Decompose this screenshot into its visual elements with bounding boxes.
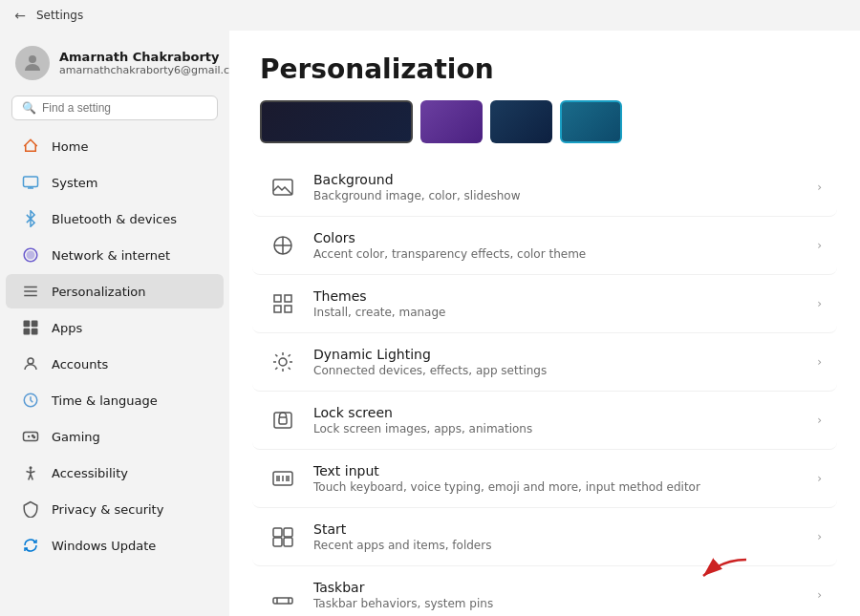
- colors-text: Colors Accent color, transparency effect…: [313, 230, 802, 261]
- privacy-icon: [21, 499, 40, 519]
- lighting-arrow: ›: [817, 355, 822, 369]
- settings-item-background[interactable]: Background Background image, color, slid…: [252, 159, 837, 217]
- update-icon: [21, 536, 40, 555]
- lock-screen-text: Lock screen Lock screen images, apps, an…: [313, 405, 802, 435]
- page-title: Personalization: [229, 31, 860, 100]
- start-text: Start Recent apps and items, folders: [313, 521, 802, 552]
- system-icon: [21, 173, 40, 192]
- search-input[interactable]: [42, 101, 207, 115]
- settings-item-dynamic-lighting[interactable]: Dynamic Lighting Connected devices, effe…: [252, 333, 837, 392]
- lock-screen-icon: [268, 405, 298, 435]
- themes-title: Themes: [313, 288, 802, 304]
- sidebar-label-home: Home: [52, 139, 88, 154]
- svg-rect-46: [273, 598, 292, 604]
- sidebar-label-network: Network & internet: [52, 248, 170, 263]
- sidebar-item-privacy[interactable]: Privacy & security: [6, 492, 224, 526]
- themes-arrow: ›: [817, 297, 822, 310]
- sidebar-label-personalization: Personalization: [52, 285, 146, 299]
- start-icon: [268, 521, 298, 552]
- back-button[interactable]: ←: [11, 7, 29, 24]
- svg-rect-8: [32, 321, 38, 328]
- time-icon: [21, 391, 40, 410]
- sidebar-item-home[interactable]: Home: [6, 129, 224, 163]
- sidebar-label-time: Time & language: [52, 393, 158, 408]
- titlebar: ← Settings: [0, 0, 860, 31]
- user-name: Amarnath Chakraborty: [59, 50, 229, 64]
- settings-item-lock-screen[interactable]: Lock screen Lock screen images, apps, an…: [252, 392, 837, 450]
- taskbar-icon: [268, 580, 298, 610]
- sidebar-item-network[interactable]: Network & internet: [6, 238, 224, 272]
- accessibility-icon: [21, 463, 40, 482]
- lock-screen-title: Lock screen: [313, 405, 802, 420]
- settings-item-text-input[interactable]: Text input Touch keyboard, voice typing,…: [252, 450, 837, 508]
- lighting-desc: Connected devices, effects, app settings: [313, 364, 802, 377]
- text-input-icon: [268, 463, 298, 494]
- sidebar: Amarnath Chakraborty amarnathchakraborty…: [0, 31, 229, 616]
- lock-screen-desc: Lock screen images, apps, animations: [313, 422, 802, 435]
- svg-line-32: [289, 354, 290, 356]
- theme-preview-row: [229, 100, 860, 159]
- text-input-text: Text input Touch keyboard, voice typing,…: [313, 463, 802, 494]
- theme-preview-teal[interactable]: [560, 100, 622, 143]
- svg-rect-44: [284, 538, 292, 546]
- sidebar-label-bluetooth: Bluetooth & devices: [52, 212, 177, 226]
- taskbar-text: Taskbar Taskbar behaviors, system pins: [313, 580, 802, 610]
- user-profile[interactable]: Amarnath Chakraborty amarnathchakraborty…: [0, 38, 229, 92]
- settings-item-colors[interactable]: Colors Accent color, transparency effect…: [252, 217, 837, 275]
- sidebar-item-apps[interactable]: Apps: [6, 310, 224, 345]
- background-arrow: ›: [817, 181, 822, 194]
- svg-rect-9: [24, 329, 31, 335]
- sidebar-item-time[interactable]: Time & language: [6, 383, 224, 417]
- svg-line-31: [275, 368, 277, 370]
- svg-rect-1: [24, 177, 38, 187]
- background-desc: Background image, color, slideshow: [313, 189, 802, 202]
- user-info: Amarnath Chakraborty amarnathchakraborty…: [59, 50, 229, 76]
- main-layout: Amarnath Chakraborty amarnathchakraborty…: [0, 31, 860, 616]
- text-input-title: Text input: [313, 463, 802, 478]
- start-arrow: ›: [817, 530, 822, 543]
- sidebar-label-apps: Apps: [52, 321, 82, 335]
- theme-preview-purple[interactable]: [420, 100, 483, 143]
- sidebar-label-accessibility: Accessibility: [52, 466, 128, 480]
- lighting-icon: [268, 347, 298, 377]
- home-icon: [21, 137, 40, 156]
- svg-point-17: [33, 436, 35, 438]
- apps-icon: [21, 318, 40, 337]
- titlebar-title: Settings: [36, 9, 83, 22]
- theme-preview-navy[interactable]: [490, 100, 552, 143]
- settings-item-themes[interactable]: Themes Install, create, manage ›: [252, 275, 837, 333]
- sidebar-item-personalization[interactable]: Personalization: [6, 274, 224, 308]
- lock-screen-arrow: ›: [817, 414, 822, 427]
- theme-preview-dark[interactable]: [260, 100, 413, 143]
- gaming-icon: [21, 427, 40, 446]
- svg-line-29: [275, 354, 277, 356]
- start-desc: Recent apps and items, folders: [313, 539, 802, 552]
- svg-rect-13: [24, 433, 38, 441]
- colors-arrow: ›: [817, 239, 822, 252]
- search-box[interactable]: 🔍: [11, 96, 218, 120]
- svg-line-21: [31, 475, 32, 480]
- themes-text: Themes Install, create, manage: [313, 288, 802, 319]
- network-icon: [21, 245, 40, 265]
- settings-item-taskbar[interactable]: Taskbar Taskbar behaviors, system pins ›: [252, 566, 837, 616]
- settings-list: Background Background image, color, slid…: [229, 159, 860, 616]
- sidebar-item-accounts[interactable]: Accounts: [6, 347, 224, 381]
- settings-item-start[interactable]: Start Recent apps and items, folders ›: [252, 508, 837, 566]
- sidebar-item-bluetooth[interactable]: Bluetooth & devices: [6, 202, 224, 236]
- svg-rect-43: [273, 538, 282, 546]
- personalization-icon: [21, 282, 40, 301]
- svg-rect-34: [279, 417, 287, 424]
- text-input-arrow: ›: [817, 472, 822, 485]
- sidebar-item-accessibility[interactable]: Accessibility: [6, 456, 224, 490]
- svg-point-0: [29, 55, 36, 63]
- sidebar-item-system[interactable]: System: [6, 165, 224, 200]
- background-title: Background: [313, 172, 802, 187]
- sidebar-label-accounts: Accounts: [52, 357, 108, 372]
- background-text: Background Background image, color, slid…: [313, 172, 802, 202]
- content-area: Personalization Background Background im: [229, 31, 860, 616]
- svg-rect-10: [32, 329, 38, 335]
- sidebar-item-update[interactable]: Windows Update: [6, 528, 224, 563]
- sidebar-item-gaming[interactable]: Gaming: [6, 419, 224, 454]
- user-email: amarnathchakraborty6@gmail.com: [59, 64, 229, 76]
- svg-rect-42: [284, 528, 292, 537]
